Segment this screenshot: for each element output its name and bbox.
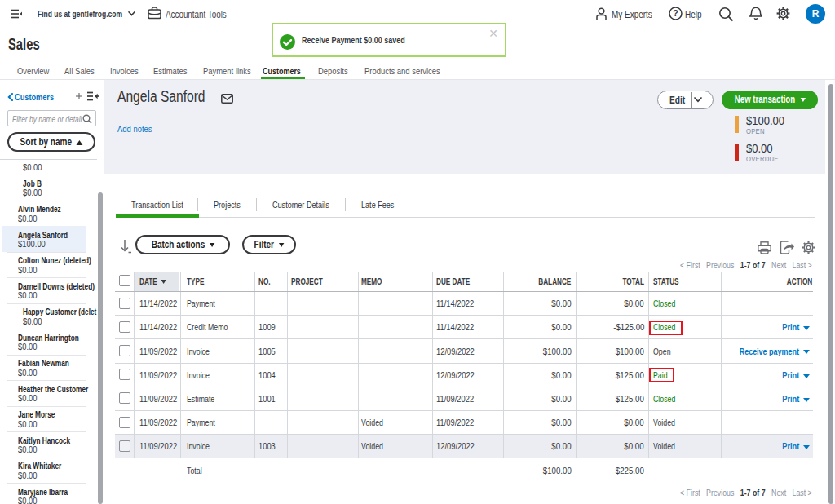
svg-text:?: ? bbox=[673, 8, 678, 18]
